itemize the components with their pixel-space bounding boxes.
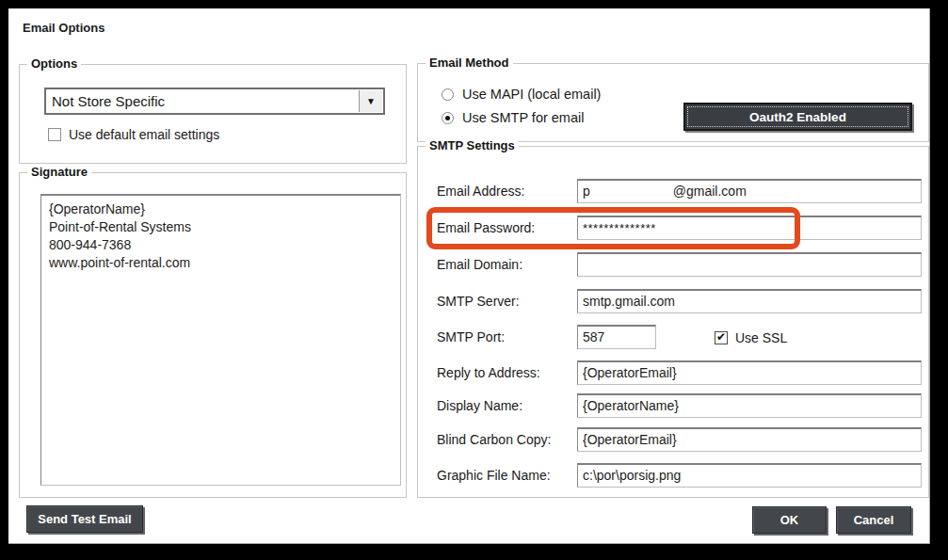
radio-circle-icon[interactable] bbox=[442, 88, 454, 101]
email-options-dialog: Email Options Options Not Store Specific… bbox=[8, 8, 930, 544]
dialog-title: Email Options bbox=[23, 21, 104, 35]
email-domain-row: Email Domain: bbox=[418, 252, 928, 277]
reply-to-address-input[interactable]: {OperatorEmail} bbox=[577, 360, 922, 385]
use-ssl-checkbox[interactable]: Use SSL bbox=[715, 330, 787, 345]
options-group: Options Not Store Specific ▼ Use default… bbox=[19, 64, 407, 164]
use-default-email-checkbox[interactable]: Use default email settings bbox=[48, 127, 219, 142]
options-group-label: Options bbox=[27, 56, 81, 71]
email-address-suffix: @gmail.com bbox=[673, 184, 747, 199]
display-name-label: Display Name: bbox=[437, 393, 522, 418]
chevron-down-icon[interactable]: ▼ bbox=[359, 90, 382, 112]
email-method-group: Email Method Use MAPI (local email) Use … bbox=[417, 63, 929, 142]
smtp-settings-group-label: SMTP Settings bbox=[426, 138, 519, 152]
send-test-email-button[interactable]: Send Test Email bbox=[26, 505, 143, 533]
oauth2-enabled-button[interactable]: Oauth2 Enabled bbox=[683, 103, 912, 131]
graphic-file-name-row: Graphic File Name: c:\por\porsig.png bbox=[418, 463, 928, 488]
smtp-server-row: SMTP Server: smtp.gmail.com bbox=[418, 289, 928, 313]
store-specific-dropdown[interactable]: Not Store Specific ▼ bbox=[44, 88, 385, 115]
email-password-input[interactable]: ************** bbox=[577, 216, 922, 240]
email-domain-input[interactable] bbox=[577, 252, 922, 277]
use-default-email-label: Use default email settings bbox=[69, 127, 219, 142]
blind-carbon-copy-input[interactable]: {OperatorEmail} bbox=[577, 427, 922, 452]
checkbox-box-icon[interactable] bbox=[48, 128, 61, 141]
store-specific-dropdown-value: Not Store Specific bbox=[52, 89, 165, 113]
smtp-server-input[interactable]: smtp.gmail.com bbox=[577, 289, 922, 313]
checkbox-checked-icon[interactable] bbox=[715, 331, 728, 344]
blind-carbon-copy-label: Blind Carbon Copy: bbox=[437, 427, 551, 452]
email-method-group-label: Email Method bbox=[426, 56, 513, 70]
display-name-row: Display Name: {OperatorName} bbox=[418, 393, 928, 418]
graphic-file-name-input[interactable]: c:\por\porsig.png bbox=[577, 463, 922, 488]
reply-to-address-row: Reply to Address: {OperatorEmail} bbox=[418, 360, 928, 385]
smtp-port-row: SMTP Port: 587 Use SSL bbox=[418, 325, 928, 349]
radio-use-mapi[interactable]: Use MAPI (local email) bbox=[442, 87, 601, 102]
email-address-input[interactable]: p@gmail.com bbox=[577, 179, 922, 203]
smtp-settings-group: SMTP Settings Email Address: p@gmail.com… bbox=[417, 146, 929, 498]
password-masked-value: ************** bbox=[583, 221, 656, 235]
smtp-server-label: SMTP Server: bbox=[437, 289, 520, 313]
blind-carbon-copy-row: Blind Carbon Copy: {OperatorEmail} bbox=[418, 427, 928, 452]
radio-use-smtp-label: Use SMTP for email bbox=[462, 110, 584, 125]
smtp-port-input[interactable]: 587 bbox=[577, 325, 656, 349]
graphic-file-name-label: Graphic File Name: bbox=[437, 463, 551, 488]
radio-selected-icon[interactable] bbox=[442, 112, 454, 124]
reply-to-address-label: Reply to Address: bbox=[437, 360, 540, 385]
smtp-port-label: SMTP Port: bbox=[437, 325, 505, 349]
email-password-label: Email Password: bbox=[437, 216, 535, 240]
signature-group-label: Signature bbox=[27, 165, 91, 179]
email-address-label: Email Address: bbox=[437, 179, 524, 203]
email-domain-label: Email Domain: bbox=[437, 252, 522, 277]
email-address-row: Email Address: p@gmail.com bbox=[418, 179, 928, 203]
email-address-prefix: p bbox=[583, 184, 590, 199]
ok-button[interactable]: OK bbox=[752, 506, 827, 534]
radio-use-smtp[interactable]: Use SMTP for email bbox=[442, 110, 584, 125]
use-ssl-label: Use SSL bbox=[735, 330, 787, 345]
display-name-input[interactable]: {OperatorName} bbox=[577, 393, 922, 418]
radio-use-mapi-label: Use MAPI (local email) bbox=[462, 87, 601, 102]
signature-group: Signature {OperatorName} Point-of-Rental… bbox=[19, 172, 407, 498]
cancel-button[interactable]: Cancel bbox=[836, 506, 911, 534]
email-password-row: Email Password: ************** bbox=[418, 216, 928, 240]
signature-textarea[interactable]: {OperatorName} Point-of-Rental Systems 8… bbox=[40, 194, 401, 486]
